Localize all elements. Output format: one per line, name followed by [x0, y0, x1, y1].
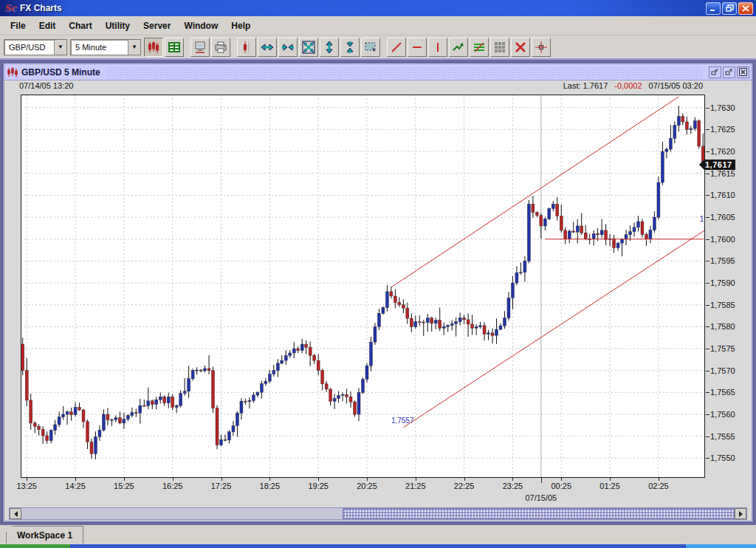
last-price-marker: 1,7617: [699, 160, 735, 170]
y-axis-label: 1,7605: [710, 212, 735, 222]
restore-button[interactable]: [722, 2, 737, 15]
interval-select[interactable]: 5 Minute ▼: [70, 39, 141, 55]
minimize-button[interactable]: [706, 2, 721, 15]
menu-file[interactable]: File: [4, 18, 32, 33]
trend-line-button[interactable]: [387, 38, 406, 57]
symbol-select[interactable]: GBP/USD ▼: [4, 39, 67, 55]
x-axis-tick: [416, 478, 416, 481]
server-icon: [193, 41, 207, 54]
application-window: Sc FX Charts File Edit Chart Utility Ser…: [0, 0, 756, 548]
x-axis-tick: [27, 478, 27, 481]
x-axis-tick: [318, 478, 319, 481]
zoom-select-icon: [364, 41, 377, 54]
y-axis-label: 1,7560: [710, 409, 735, 419]
server-connection-button[interactable]: [190, 38, 210, 57]
chart-start-label: 07/14/05 13:20: [19, 81, 73, 90]
x-axis-label: 16:25: [152, 482, 193, 490]
menu-edit[interactable]: Edit: [33, 18, 62, 33]
workspace-tab-bar: WorkSpace 1: [0, 525, 756, 544]
taskbar-strip: [70, 544, 686, 548]
x-axis-tick: [75, 478, 76, 481]
y-axis-label: 1,7625: [710, 124, 735, 134]
x-axis-label: 23:25: [492, 482, 533, 490]
compress-vertical-button[interactable]: [340, 38, 360, 57]
zoom-select-button[interactable]: [361, 38, 380, 57]
scroll-left-button[interactable]: [10, 508, 21, 519]
y-axis-label: 1,7620: [710, 146, 735, 157]
title-bar[interactable]: Sc FX Charts: [0, 0, 756, 16]
x-axis-label: 17:25: [201, 482, 242, 490]
horizontal-scrollbar[interactable]: [9, 507, 747, 520]
scroll-right-button[interactable]: [735, 508, 746, 519]
candle-marker-button[interactable]: [237, 38, 256, 57]
candlestick-chart-button[interactable]: [144, 38, 163, 57]
y-axis-label: 1,7630: [710, 103, 735, 113]
expand-vertical-button[interactable]: [320, 38, 339, 57]
app-logo-icon: Sc: [4, 3, 16, 13]
left-arrow-icon: [14, 511, 18, 517]
vertical-line-icon: [431, 41, 444, 54]
menu-chart[interactable]: Chart: [63, 18, 97, 33]
x-axis-label: 13:25: [6, 482, 47, 490]
zigzag-line-icon: [452, 41, 465, 54]
x-axis-label: 01:25: [589, 482, 630, 490]
expand-vertical-icon: [323, 41, 336, 54]
x-axis-tick: [561, 478, 562, 481]
taskbar-sliver: [0, 544, 756, 548]
chevron-down-icon[interactable]: ▼: [128, 40, 140, 55]
x-axis-label: 15:25: [103, 482, 145, 490]
crosshair-button[interactable]: [532, 38, 551, 57]
price-chart-plot[interactable]: 1,75571,: [21, 95, 705, 478]
titlebar-texture: [106, 67, 703, 78]
horizontal-line-icon: [410, 41, 424, 54]
tab-workspace-1[interactable]: WorkSpace 1: [6, 526, 83, 544]
compress-horizontal-button[interactable]: [278, 38, 298, 57]
grid-toggle-button[interactable]: [490, 38, 509, 57]
y-axis-label: 1,7600: [710, 234, 735, 244]
x-axis-label: 02:25: [638, 482, 679, 490]
zigzag-line-button[interactable]: [449, 38, 468, 57]
x-axis-tick: [610, 478, 611, 481]
candlestick-chart-icon: [7, 67, 18, 78]
close-button[interactable]: [738, 2, 753, 15]
x-axis-label: 00:25: [540, 482, 582, 490]
expand-all-button[interactable]: [299, 38, 318, 57]
systray-strip: [686, 544, 756, 548]
x-axis-tick: [512, 478, 513, 481]
menu-utility[interactable]: Utility: [100, 18, 136, 33]
price-change-label: -0,0002: [614, 81, 642, 90]
scrollbar-track[interactable]: [21, 508, 735, 519]
chart-restore-button[interactable]: [723, 66, 735, 78]
delete-button[interactable]: [511, 38, 530, 57]
printer-icon: [214, 41, 227, 54]
x-axis-label: 22:25: [444, 482, 485, 490]
chevron-down-icon[interactable]: ▼: [54, 40, 66, 55]
support-price-label: 1,7557: [391, 417, 414, 425]
print-button[interactable]: [211, 38, 230, 57]
trend-line-icon: [390, 41, 403, 54]
chart-minimize-button[interactable]: [709, 66, 721, 78]
scrollbar-thumb[interactable]: [343, 508, 735, 519]
left-arrow-icon: [699, 160, 704, 170]
expand-horizontal-button[interactable]: [258, 38, 277, 57]
menu-server[interactable]: Server: [137, 18, 176, 33]
x-axis-tick: [269, 478, 270, 481]
y-axis-label: 1,7550: [710, 453, 735, 463]
chart-window: GBP/USD 5 Minute 07/14/05 13:20 Last: 1.…: [3, 63, 753, 522]
horizontal-line-button[interactable]: [408, 38, 427, 57]
x-axis-label: 21:25: [395, 482, 436, 490]
clear-lines-button[interactable]: [470, 38, 489, 57]
x-axis-tick: [659, 478, 659, 481]
y-axis-label: 1,7570: [710, 366, 735, 376]
quote-board-button[interactable]: [165, 38, 184, 57]
y-axis: 1,76301,76251,76201,76151,76101,76051,76…: [705, 95, 751, 478]
menu-window[interactable]: Window: [178, 18, 224, 33]
chart-window-title-bar[interactable]: GBP/USD 5 Minute: [4, 64, 752, 81]
candle-marker-icon: [240, 41, 253, 54]
compress-horizontal-icon: [281, 41, 295, 54]
chart-window-title: GBP/USD 5 Minute: [21, 67, 100, 78]
menu-help[interactable]: Help: [225, 18, 256, 33]
chart-close-button[interactable]: [737, 66, 749, 78]
x-axis-tick: [221, 478, 222, 481]
vertical-line-button[interactable]: [428, 38, 447, 57]
